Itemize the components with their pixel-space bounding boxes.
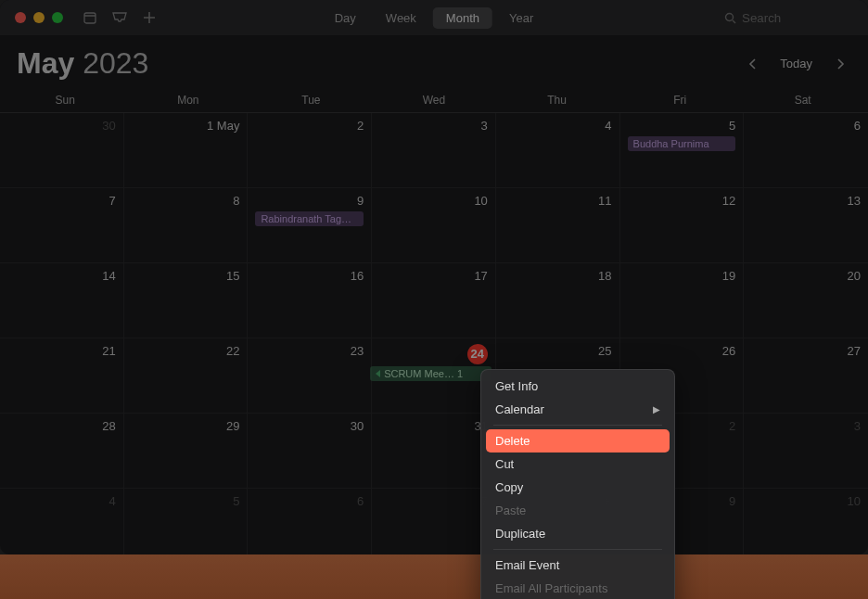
day-cell[interactable]: 20 — [744, 263, 868, 338]
day-cell[interactable]: 11 — [496, 188, 620, 263]
ctx-calendar[interactable]: Calendar ▶ — [486, 398, 670, 421]
day-cell[interactable]: 3 — [372, 113, 496, 188]
view-segmented-control: Day Week Month Year — [322, 7, 547, 29]
day-cell[interactable]: 30 — [0, 113, 124, 188]
day-cell[interactable]: 4 — [0, 489, 124, 554]
maximize-window-button[interactable] — [52, 12, 63, 23]
weekday-header: SunMonTueWedThuFriSat — [0, 88, 868, 113]
date-number: 4 — [504, 119, 612, 133]
day-cell[interactable]: 12 — [620, 188, 745, 263]
minimize-window-button[interactable] — [33, 12, 45, 23]
day-cell[interactable]: 23 — [248, 338, 372, 414]
event-chip[interactable]: Buddha Purnima — [628, 136, 736, 151]
chevron-left-icon — [748, 58, 757, 70]
date-number: 5 — [132, 494, 240, 508]
search-input[interactable] — [742, 11, 853, 25]
day-cell[interactable]: 5Buddha Purnima — [620, 113, 745, 188]
date-number: 26 — [628, 344, 736, 358]
day-cell[interactable]: 3 — [744, 414, 868, 489]
desktop-background — [0, 554, 868, 599]
date-number: 25 — [504, 344, 612, 358]
ctx-cut[interactable]: Cut — [486, 452, 670, 476]
day-cell[interactable]: 29 — [124, 414, 249, 489]
date-number: 12 — [628, 194, 736, 208]
event-chip[interactable]: SCRUM Mee… 1 — [370, 366, 491, 381]
prev-month-button[interactable] — [741, 53, 763, 75]
separator — [493, 549, 662, 550]
day-cell[interactable]: 28 — [0, 414, 124, 489]
date-number: 10 — [379, 194, 488, 208]
event-chip[interactable]: Rabindranath Tag… — [255, 211, 364, 226]
view-day-button[interactable]: Day — [322, 7, 369, 29]
day-cell[interactable]: 5 — [124, 489, 249, 554]
date-number: 28 — [7, 419, 116, 433]
view-week-button[interactable]: Week — [373, 7, 429, 29]
date-number: 4 — [7, 494, 116, 508]
ctx-paste: Paste — [486, 499, 670, 522]
day-cell[interactable]: 10 — [744, 489, 868, 554]
separator — [493, 425, 662, 426]
search-field[interactable] — [724, 11, 853, 25]
svg-rect-0 — [84, 13, 96, 23]
date-number: 14 — [7, 269, 116, 283]
day-cell[interactable]: 7 — [0, 188, 124, 263]
ctx-delete[interactable]: Delete — [486, 429, 670, 452]
day-cell[interactable]: 4 — [496, 113, 620, 188]
day-cell[interactable]: 14 — [0, 263, 124, 338]
today-marker: 24 — [467, 344, 488, 364]
date-number: 18 — [504, 269, 612, 283]
day-cell[interactable]: 2 — [248, 113, 372, 188]
date-number: 19 — [628, 269, 736, 283]
ctx-email-event[interactable]: Email Event — [486, 554, 670, 577]
view-year-button[interactable]: Year — [496, 7, 546, 29]
calendar-window: Day Week Month Year May 2023 Today SunMo… — [0, 0, 868, 554]
day-cell[interactable]: 22 — [124, 338, 249, 414]
ctx-duplicate[interactable]: Duplicate — [486, 522, 670, 545]
day-cell[interactable]: 18 — [496, 263, 620, 338]
date-number: 20 — [751, 269, 861, 283]
day-cell[interactable]: 19 — [620, 263, 745, 338]
day-cell[interactable]: 27 — [744, 338, 868, 414]
calendars-icon[interactable] — [82, 9, 98, 26]
view-month-button[interactable]: Month — [433, 7, 492, 29]
day-cell[interactable]: 7 — [372, 489, 496, 554]
date-number: 1 May — [132, 119, 240, 133]
weekday-label: Thu — [495, 88, 619, 112]
ctx-copy[interactable]: Copy — [486, 476, 670, 499]
day-cell[interactable]: 6 — [744, 113, 868, 188]
day-cell[interactable]: 13 — [744, 188, 868, 263]
day-cell[interactable]: 31 — [372, 414, 496, 489]
day-cell[interactable]: 16 — [248, 263, 372, 338]
date-number: 22 — [132, 344, 240, 358]
day-cell[interactable]: 9Rabindranath Tag… — [248, 188, 372, 263]
day-cell[interactable]: 6 — [248, 489, 372, 554]
date-number: 11 — [504, 194, 612, 208]
inbox-icon[interactable] — [111, 9, 128, 26]
next-month-button[interactable] — [829, 53, 851, 75]
chevron-right-icon — [836, 58, 845, 70]
svg-line-5 — [733, 20, 735, 23]
date-number: 5 — [628, 119, 736, 133]
day-cell[interactable]: 17 — [372, 263, 496, 338]
day-cell[interactable]: 8 — [124, 188, 249, 263]
date-number: 13 — [751, 194, 861, 208]
context-menu: Get Info Calendar ▶ Delete Cut Copy Past… — [480, 369, 675, 599]
ctx-get-info[interactable]: Get Info — [486, 375, 670, 398]
day-cell[interactable]: 10 — [372, 188, 496, 263]
search-icon — [724, 12, 736, 24]
close-window-button[interactable] — [15, 12, 26, 23]
day-cell[interactable]: 24SCRUM Mee… 1 — [372, 338, 496, 414]
nav-controls: Today — [741, 53, 851, 75]
day-cell[interactable]: 21 — [0, 338, 124, 414]
add-icon[interactable] — [141, 9, 158, 26]
date-number: 31 — [379, 419, 488, 433]
day-cell[interactable]: 15 — [124, 263, 249, 338]
date-number: 30 — [255, 419, 364, 433]
weekday-label: Wed — [373, 88, 496, 112]
day-cell[interactable]: 1 May — [124, 113, 249, 188]
today-button[interactable]: Today — [771, 53, 822, 74]
date-number: 6 — [255, 494, 364, 508]
day-cell[interactable]: 30 — [248, 414, 372, 489]
date-number: 23 — [255, 344, 364, 358]
date-number: 16 — [255, 269, 364, 283]
